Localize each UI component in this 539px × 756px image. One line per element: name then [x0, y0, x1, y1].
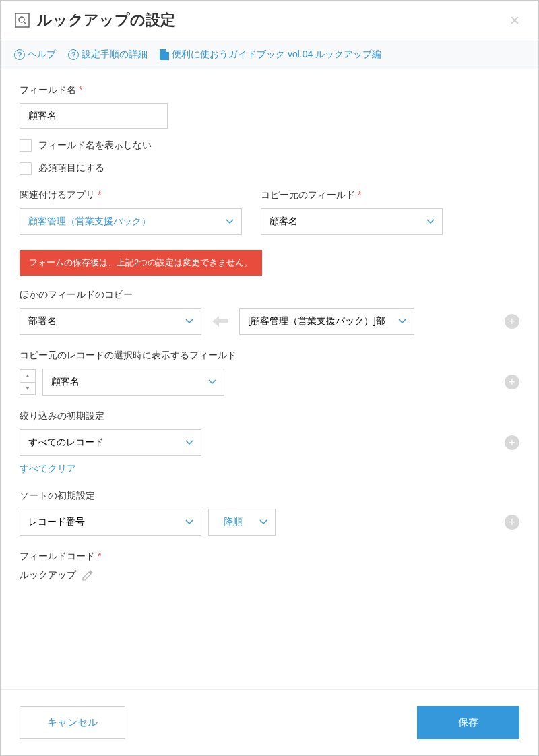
add-display-button[interactable]: + — [505, 375, 519, 389]
field-name-label: フィールド名 * — [20, 84, 519, 96]
dialog-title: ルックアップの設定 — [37, 10, 505, 30]
required-label: 必須項目にする — [38, 162, 104, 175]
copy-src-select[interactable]: [顧客管理（営業支援パック）]部 — [239, 308, 414, 335]
help-link[interactable]: ?ヘルプ — [14, 49, 56, 61]
filter-label: 絞り込みの初期設定 — [20, 410, 519, 422]
source-field-label: コピー元のフィールド * — [261, 189, 443, 201]
display-field-select[interactable]: 顧客名 — [42, 369, 224, 396]
svg-line-2 — [24, 22, 26, 24]
copy-dest-select[interactable]: 部署名 — [20, 308, 201, 335]
add-copy-button[interactable]: + — [505, 314, 519, 329]
related-app-label: 関連付けるアプリ * — [20, 189, 242, 201]
field-code-label: フィールドコード * — [20, 550, 519, 563]
related-app-select[interactable]: 顧客管理（営業支援パック） — [20, 208, 242, 235]
svg-point-1 — [19, 17, 24, 22]
sort-field-select[interactable]: レコード番号 — [20, 509, 201, 536]
sort-label: ソートの初期設定 — [20, 490, 519, 502]
add-filter-button[interactable]: + — [505, 435, 519, 450]
warning-banner: フォームの保存後は、上記2つの設定は変更できません。 — [20, 250, 262, 276]
add-sort-button[interactable]: + — [505, 515, 519, 530]
field-name-input[interactable] — [20, 103, 168, 129]
source-field-select[interactable]: 顧客名 — [261, 208, 443, 235]
hide-name-label: フィールド名を表示しない — [38, 139, 152, 152]
order-spinner[interactable]: ▲▼ — [20, 369, 36, 395]
svg-rect-0 — [15, 13, 29, 27]
edit-icon[interactable] — [82, 569, 94, 581]
field-code-value: ルックアップ — [20, 569, 76, 581]
question-icon: ? — [14, 49, 25, 60]
question-icon: ? — [68, 49, 79, 60]
help-details-link[interactable]: ?設定手順の詳細 — [68, 49, 148, 61]
display-field-label: コピー元のレコードの選択時に表示するフィールド — [20, 350, 519, 362]
clear-all-link[interactable]: すべてクリア — [20, 463, 76, 475]
close-button[interactable]: × — [505, 11, 525, 30]
arrow-left-icon — [210, 313, 231, 329]
document-icon — [160, 49, 169, 60]
sort-order-select[interactable]: 降順 — [208, 509, 276, 536]
filter-select[interactable]: すべてのレコード — [20, 429, 201, 456]
cancel-button[interactable]: キャンセル — [20, 706, 125, 739]
save-button[interactable]: 保存 — [417, 706, 519, 739]
other-copy-label: ほかのフィールドのコピー — [20, 289, 519, 301]
required-checkbox[interactable] — [20, 162, 32, 175]
hide-name-checkbox[interactable] — [20, 139, 32, 152]
guidebook-link[interactable]: 便利に使おうガイドブック vol.04 ルックアップ編 — [160, 49, 381, 61]
lookup-icon — [14, 12, 30, 28]
